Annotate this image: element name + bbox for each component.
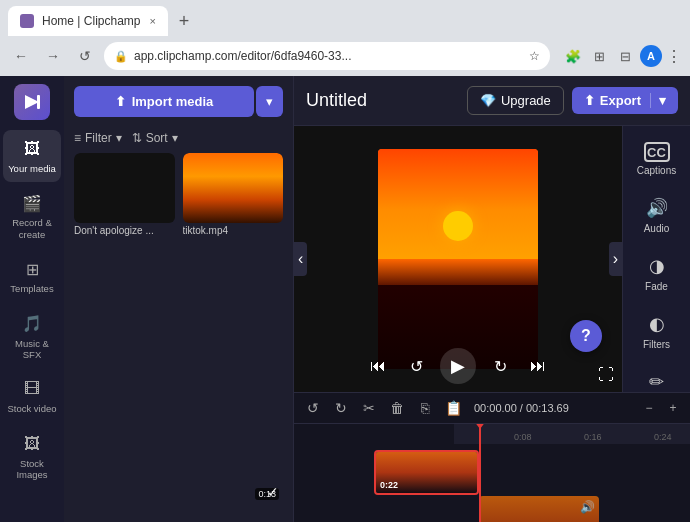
track-content: 0:08 0:16 0:24 + Add text 0:22 🔊	[374, 424, 690, 522]
import-dropdown-button[interactable]: ▾	[256, 86, 283, 117]
upgrade-button[interactable]: 💎 Upgrade	[467, 86, 564, 115]
export-button[interactable]: ⬆ Export ▾	[572, 87, 678, 114]
video-clip-time: 0:22	[380, 480, 398, 490]
sidebar-icon-browser[interactable]: ⊟	[614, 45, 636, 67]
import-media-button[interactable]: ⬆ Import media	[74, 86, 254, 117]
skip-back-button[interactable]: ⏮	[364, 352, 392, 380]
sky-layer	[378, 149, 538, 270]
delete-button[interactable]: 🗑	[386, 397, 408, 419]
address-bar[interactable]: 🔒 app.clipchamp.com/editor/6dfa9460-33..…	[104, 42, 550, 70]
top-bar: Untitled 💎 Upgrade ⬆ Export ▾	[294, 76, 690, 126]
sidebar-label-your-media: Your media	[8, 163, 56, 174]
media-item-1[interactable]: 0:13 ✓ tiktok.mp4	[183, 153, 284, 522]
fullscreen-button[interactable]: ⛶	[598, 366, 614, 384]
media-thumb-0	[74, 153, 175, 223]
media-item-0[interactable]: Don't apologize ...	[74, 153, 175, 522]
address-text: app.clipchamp.com/editor/6dfa9460-33...	[134, 49, 523, 63]
media-name-1: tiktok.mp4	[183, 223, 284, 238]
cut-button[interactable]: ✂	[358, 397, 380, 419]
timeline-playhead[interactable]	[479, 424, 481, 522]
sun-circle	[443, 211, 473, 241]
filters-label: Filters	[643, 339, 670, 350]
audio-clip[interactable]: 🔊	[479, 496, 599, 522]
tab-close-button[interactable]: ×	[150, 15, 156, 27]
zoom-in-button[interactable]: +	[664, 399, 682, 417]
new-tab-button[interactable]: +	[172, 9, 196, 33]
diamond-icon: 💎	[480, 93, 496, 108]
svg-rect-1	[37, 95, 40, 109]
main-area: Untitled 💎 Upgrade ⬆ Export ▾ ‹	[294, 76, 690, 522]
stock-video-icon: 🎞	[21, 378, 43, 400]
preview-right-wrapper: ‹ 9:16 ⏮ ↺ ▶ ↻ ⏭ ⛶	[294, 126, 690, 392]
app-container: 🖼 Your media 🎬 Record & create ⊞ Templat…	[0, 76, 690, 522]
redo-button[interactable]: ↻	[330, 397, 352, 419]
sidebar-label-stock-video: Stock video	[7, 403, 56, 414]
browser-menu-button[interactable]: ⋮	[666, 47, 682, 66]
project-title[interactable]: Untitled	[306, 90, 367, 111]
filter-label: Filter	[85, 131, 112, 145]
left-sidebar: 🖼 Your media 🎬 Record & create ⊞ Templat…	[0, 76, 64, 522]
sort-label: Sort	[146, 131, 168, 145]
sidebar-item-music-sfx[interactable]: 🎵 Music & SFX	[3, 305, 61, 369]
upgrade-label: Upgrade	[501, 93, 551, 108]
timeline-current-time: 00:00.00 / 00:13.69	[474, 402, 569, 414]
sidebar-item-your-media[interactable]: 🖼 Your media	[3, 130, 61, 182]
chevron-down-icon: ▾	[266, 94, 273, 109]
captions-label: Captions	[637, 165, 676, 176]
active-tab[interactable]: Home | Clipchamp ×	[8, 6, 168, 36]
skip-forward-button[interactable]: ⏭	[524, 352, 552, 380]
right-panel-item-filters[interactable]: ◐ Filters	[626, 304, 688, 358]
video-frame	[378, 149, 538, 369]
sort-button[interactable]: ⇅ Sort ▾	[132, 131, 178, 145]
import-plus-icon: ⬆	[115, 94, 126, 109]
timeline-tracks: 0:08 0:16 0:24 + Add text 0:22 🔊	[294, 424, 690, 522]
refresh-button[interactable]: ↺	[72, 43, 98, 69]
svg-marker-0	[25, 95, 39, 109]
paste-button[interactable]: 📋	[442, 397, 464, 419]
sidebar-item-templates[interactable]: ⊞ Templates	[3, 250, 61, 302]
templates-icon: ⊞	[21, 258, 43, 280]
right-panel-item-fade[interactable]: ◑ Fade	[626, 246, 688, 300]
right-expand-button[interactable]: ›	[609, 242, 622, 276]
video-clip[interactable]: 0:22	[374, 450, 479, 495]
profile-button[interactable]: A	[640, 45, 662, 67]
forward-button[interactable]: →	[40, 43, 66, 69]
star-icon: ☆	[529, 49, 540, 63]
back-button[interactable]: ←	[8, 43, 34, 69]
browser-controls: ← → ↺ 🔒 app.clipchamp.com/editor/6dfa946…	[0, 36, 690, 76]
filter-sort-row: ≡ Filter ▾ ⇅ Sort ▾	[64, 127, 293, 153]
right-panel: CC Captions 🔊 Audio ◑ Fade ◐ Filters ✏	[622, 126, 690, 392]
help-button[interactable]: ?	[570, 320, 602, 352]
sort-icon: ⇅	[132, 131, 142, 145]
filter-button[interactable]: ≡ Filter ▾	[74, 131, 122, 145]
right-panel-item-audio[interactable]: 🔊 Audio	[626, 188, 688, 242]
zoom-out-button[interactable]: −	[640, 399, 658, 417]
captions-icon: CC	[644, 142, 670, 162]
extensions-icon[interactable]: 🧩	[562, 45, 584, 67]
forward-5-button[interactable]: ↻	[486, 352, 514, 380]
sidebar-label-stock-images: Stock Images	[7, 458, 57, 481]
media-grid: Don't apologize ... 0:13 ✓ tiktok.mp4	[64, 153, 293, 522]
export-chevron-icon: ▾	[650, 93, 666, 108]
fade-icon: ◑	[645, 254, 669, 278]
app-logo	[14, 84, 50, 120]
timeline-ruler: 0:08 0:16 0:24	[454, 424, 690, 444]
tab-title: Home | Clipchamp	[42, 14, 140, 28]
checkmark-icon: ✓	[267, 484, 279, 500]
sidebar-item-stock-video[interactable]: 🎞 Stock video	[3, 370, 61, 422]
browser-actions: 🧩 ⊞ ⊟ A ⋮	[562, 45, 682, 67]
media-panel: ⬆ Import media ▾ ≡ Filter ▾ ⇅ Sort ▾ Don…	[64, 76, 294, 522]
sort-chevron-icon: ▾	[172, 131, 178, 145]
sidebar-item-record-create[interactable]: 🎬 Record & create	[3, 184, 61, 248]
right-panel-item-captions[interactable]: CC Captions	[626, 134, 688, 184]
undo-button[interactable]: ↺	[302, 397, 324, 419]
tab-favicon	[20, 14, 34, 28]
ruler-mark-0:24: 0:24	[654, 432, 672, 442]
effects-icon: ✏	[645, 370, 669, 394]
rewind-5-button[interactable]: ↺	[402, 352, 430, 380]
sidebar-item-stock-images[interactable]: 🖼 Stock Images	[3, 425, 61, 489]
copy-button[interactable]: ⎘	[414, 397, 436, 419]
audio-label: Audio	[644, 223, 670, 234]
puzzle-icon[interactable]: ⊞	[588, 45, 610, 67]
play-pause-button[interactable]: ▶	[440, 348, 476, 384]
